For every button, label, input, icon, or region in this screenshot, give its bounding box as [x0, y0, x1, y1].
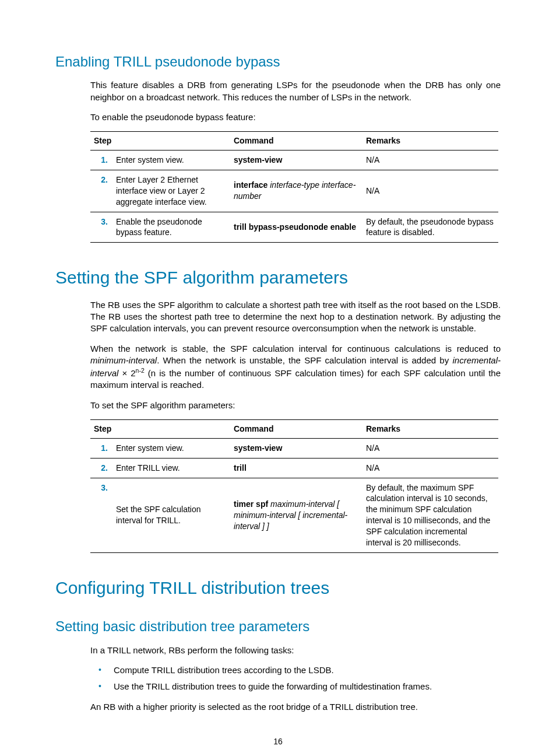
paragraph: When the network is stable, the SPF calc… [90, 343, 501, 391]
paragraph: An RB with a higher priority is selected… [90, 701, 501, 713]
remarks-cell: N/A [363, 438, 498, 458]
command-cell: system-view [230, 150, 363, 170]
command-cell: interface interface-type interface-numbe… [230, 170, 363, 212]
paragraph: To enable the pseudonode bypass feature: [90, 111, 501, 123]
list-item: Compute TRILL distribution trees accordi… [90, 664, 501, 676]
remarks-cell: By default, the pseudonode bypass featur… [363, 212, 498, 243]
paragraph: In a TRILL network, RBs perform the foll… [90, 645, 501, 656]
command-cell: trill [230, 458, 363, 478]
heading-setting-basic-distribution-tree-parameters: Setting basic distribution tree paramete… [55, 617, 501, 636]
table-row: 3. Enable the pseudonode bypass feature.… [90, 212, 498, 243]
step-desc: Enter TRILL view. [112, 458, 230, 478]
remarks-cell: By default, the maximum SPF calculation … [363, 478, 498, 552]
table-pseudonode-bypass: Step Command Remarks 1. Enter system vie… [90, 131, 498, 243]
col-header-command: Command [230, 132, 363, 150]
col-header-step: Step [90, 419, 230, 438]
step-desc: Enter system view. [112, 438, 230, 458]
paragraph: The RB uses the SPF algorithm to calcula… [90, 299, 501, 335]
step-number: 2. [90, 170, 112, 212]
heading-configuring-trill-distribution-trees: Configuring TRILL distribution trees [55, 576, 501, 600]
paragraph: This feature disables a DRB from generat… [90, 79, 501, 103]
table-row: 2. Enter TRILL view. trill N/A [90, 458, 498, 478]
table-spf-parameters: Step Command Remarks 1. Enter system vie… [90, 419, 498, 553]
step-desc: Enter Layer 2 Ethernet interface view or… [112, 170, 230, 212]
heading-setting-spf-parameters: Setting the SPF algorithm parameters [55, 266, 501, 290]
step-number: 3. [90, 212, 112, 243]
table-row: 3. Set the SPF calculation interval for … [90, 478, 498, 552]
table-row: 1. Enter system view. system-view N/A [90, 150, 498, 170]
remarks-cell: N/A [363, 150, 498, 170]
table-row: 2. Enter Layer 2 Ethernet interface view… [90, 170, 498, 212]
col-header-remarks: Remarks [363, 132, 498, 150]
task-list: Compute TRILL distribution trees accordi… [90, 664, 501, 693]
step-number: 3. [90, 478, 112, 552]
table-row: 1. Enter system view. system-view N/A [90, 438, 498, 458]
col-header-step: Step [90, 132, 230, 150]
command-cell: timer spf maximum-interval [ minimum-int… [230, 478, 363, 552]
heading-enabling-trill-pseudonode-bypass: Enabling TRILL pseudonode bypass [55, 52, 501, 71]
page-number: 16 [55, 736, 501, 747]
command-cell: trill bypass-pseudonode enable [230, 212, 363, 243]
col-header-command: Command [230, 419, 363, 438]
paragraph: To set the SPF algorithm parameters: [90, 400, 501, 411]
list-item: Use the TRILL distribution trees to guid… [90, 681, 501, 692]
step-number: 1. [90, 438, 112, 458]
col-header-remarks: Remarks [363, 419, 498, 438]
step-number: 1. [90, 150, 112, 170]
remarks-cell: N/A [363, 170, 498, 212]
step-desc: Set the SPF calculation interval for TRI… [112, 478, 230, 552]
step-number: 2. [90, 458, 112, 478]
step-desc: Enter system view. [112, 150, 230, 170]
command-cell: system-view [230, 438, 363, 458]
remarks-cell: N/A [363, 458, 498, 478]
step-desc: Enable the pseudonode bypass feature. [112, 212, 230, 243]
